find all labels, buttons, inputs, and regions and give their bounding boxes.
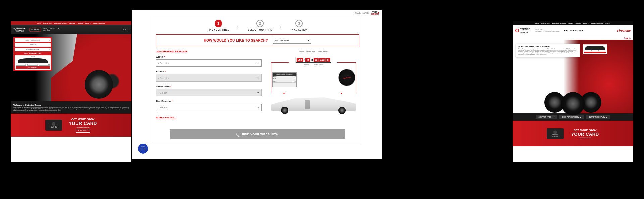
step-1: 1 FIND YOUR TIRES [207, 20, 229, 31]
tire-season-select[interactable]: - Select -▼ [156, 104, 262, 111]
nav-financing[interactable]: Financing [575, 22, 581, 24]
mini-find-button[interactable] [584, 52, 606, 53]
diagram-top-labels: Width Wheel Size Speed Rating [299, 50, 327, 52]
header-phone[interactable]: 651-504-4700 [535, 29, 559, 30]
diagram-line [271, 62, 289, 63]
door-placard-image: TIRE AND LOADING INFORMATION FRONT■ ■ RE… [272, 72, 297, 87]
promo-text: GET MORE FROM YOUR CARD »»»»»»»»»»»»»»»»… [69, 118, 97, 133]
width-select[interactable]: - Select -▼ [156, 59, 262, 67]
mini-select[interactable] [584, 50, 591, 51]
diagram-line [337, 62, 356, 63]
quote-select-1[interactable] [16, 64, 26, 66]
nav-request[interactable]: Request A Service [591, 22, 603, 24]
quote-find-button[interactable]: FIND YOUR TIRES [16, 66, 50, 69]
right-logo[interactable]: PTIMIZEGARAGE [515, 28, 530, 34]
step-2-label: SELECT YOUR TIRE [248, 29, 272, 31]
nav-specials[interactable]: Specials [568, 22, 573, 24]
welcome-body: Optimize Garage has been offering automo… [518, 49, 578, 55]
diagram-line [356, 62, 356, 93]
welcome-card: WELCOME TO OPTIMIZE GARAGE Optimize Gara… [516, 44, 580, 57]
step-arrow-icon: 〉 [279, 24, 283, 30]
header-social-label: Get Social! [123, 29, 129, 31]
step-3: 3 TAKE ACTION [290, 20, 307, 31]
nav-home[interactable]: Home [535, 22, 539, 24]
sidebar-btn-services[interactable]: SHOP FOR SERVICES [15, 38, 51, 42]
step-3-circle: 3 [295, 20, 303, 27]
nav-about[interactable]: About Us [85, 22, 91, 24]
nav-home[interactable]: Home [37, 22, 41, 24]
left-site-preview: Home Shop for Tires Automotive Services … [11, 21, 131, 162]
find-tires-button[interactable]: FIND YOUR TIRES NOW [170, 129, 345, 139]
credit-card-image: 123 456 7890 JOHN PUBLIC [547, 128, 564, 139]
quote-select-2[interactable] [27, 64, 38, 66]
left-welcome-section: Welcome to Optimize Garage Optimize Gara… [11, 101, 131, 114]
left-logo[interactable]: PTIMIZEGARAGE [13, 27, 26, 32]
hero-wheel-image [85, 70, 113, 99]
quote-select-3[interactable] [39, 64, 50, 66]
promo-click-here-button[interactable]: CLICK HERE ▸ [76, 129, 90, 133]
mini-quote-widget [583, 44, 607, 54]
step-arrow-icon: 〉 [237, 24, 240, 30]
wheel-size-select[interactable]: - Select -▼ [156, 89, 262, 96]
step-1-circle: 1 [215, 20, 222, 27]
linkedin-icon[interactable]: in [629, 37, 631, 39]
search-mode-bar: HOW WOULD YOU LIKE TO SEARCH? By Tire Si… [156, 34, 359, 46]
search-mode-select[interactable]: By Tire Size▾ [273, 37, 311, 44]
left-hero-sidebar: SHOP FOR SERVICES SPECIALS REQUEST SERVI… [13, 37, 52, 71]
sidebar-btn-request[interactable]: REQUEST SERVICE [15, 48, 51, 51]
chevron-divider-icon: »»»»»»»»»»»»»»»» [69, 126, 97, 128]
mini-select[interactable] [591, 50, 598, 51]
wheel-size-label: Wheel Size * [156, 85, 262, 88]
quote-tab[interactable]: BY SIZE [16, 56, 50, 58]
sidebar-btn-specials[interactable]: SPECIALS [15, 43, 51, 47]
nav-reviews[interactable]: Reviews [605, 22, 610, 24]
chevron-down-icon: ▼ [257, 77, 259, 79]
wheel-size-field: Wheel Size * - Select -▼ [156, 85, 262, 96]
fingerprint-icon [141, 146, 145, 151]
cta-shop-tires[interactable]: SHOP FOR TIRES ▸ [536, 115, 557, 119]
hero-tires-image [546, 92, 599, 115]
chevron-down-icon: ▼ [257, 62, 259, 64]
nav-shop-tires[interactable]: Shop for Tires [43, 22, 52, 24]
cta-specials[interactable]: CURRENT SPECIALS ▸ [586, 115, 610, 119]
facebook-icon[interactable]: f [624, 37, 625, 39]
instagram-icon[interactable]: ◉ [625, 37, 627, 39]
quote-widget: BY SIZE FIND YOUR TIRES [15, 55, 51, 70]
quote-car-icon [585, 46, 605, 50]
right-site-preview: Home Shop for Tires Automotive Services … [513, 21, 633, 162]
add-rear-size-link[interactable]: ADD DIFFERENT REAR SIZE [156, 50, 262, 53]
welcome-heading: Welcome to Optimize Garage [13, 104, 129, 106]
quote-car-icon [18, 58, 48, 63]
cta-shop-services[interactable]: SHOP FOR SERVICES ▸ [559, 115, 584, 119]
card-shield-icon [553, 130, 557, 134]
brand-firestone: Firestone [617, 29, 631, 32]
nav-request[interactable]: Request A Service [93, 22, 105, 24]
nav-services[interactable]: Automotive Services [552, 22, 566, 24]
accessibility-fab-button[interactable] [138, 144, 148, 154]
nav-shop-tires[interactable]: Shop for Tires [541, 22, 550, 24]
welcome-heading: WELCOME TO OPTIMIZE GARAGE [518, 46, 578, 48]
mini-select[interactable] [599, 50, 606, 51]
youtube-icon[interactable]: ▶ [627, 37, 629, 39]
welcome-body: Optimize Garage has been offering automo… [13, 107, 129, 111]
nav-specials[interactable]: Specials [69, 22, 75, 24]
logo-ring-icon [13, 28, 16, 31]
social-icons[interactable]: f ◉ ▶ in [624, 37, 631, 39]
left-promo-banner: 123 456 7890 JOHN PUBLIC GET MORE FROM Y… [11, 114, 131, 137]
header-address: 3100 Hoploo Pl N, Oakdale, MN, United St… [43, 28, 63, 31]
more-options-link[interactable]: MORE OPTIONS ⌄ [156, 116, 176, 119]
card-name: JOHN PUBLIC [50, 127, 57, 129]
right-header: PTIMIZEGARAGE 651-504-4700 3100 Hoploo P… [513, 25, 633, 36]
left-hero: SHOP FOR SERVICES SPECIALS REQUEST SERVI… [11, 34, 131, 101]
tire-season-label: Tire Season * [156, 100, 262, 103]
chevron-divider-icon: »»»»»»»»»»»»»»»» [571, 137, 599, 139]
nav-financing[interactable]: Financing [77, 22, 83, 24]
logo-ring-icon [515, 29, 519, 32]
nav-services[interactable]: Automotive Services [54, 22, 67, 24]
search-icon [236, 133, 240, 136]
progress-steps: 1 FIND YOUR TIRES 〉 2 SELECT YOUR TIRE 〉… [153, 16, 362, 34]
header-phone[interactable]: 651-504-4700 [29, 28, 41, 32]
profile-select[interactable]: - Select -▼ [156, 74, 262, 82]
tire-finder-widget: POWERED BY TIRE● CONNECT 1 FIND YOUR TIR… [132, 10, 382, 159]
nav-about[interactable]: About Us [583, 22, 589, 24]
